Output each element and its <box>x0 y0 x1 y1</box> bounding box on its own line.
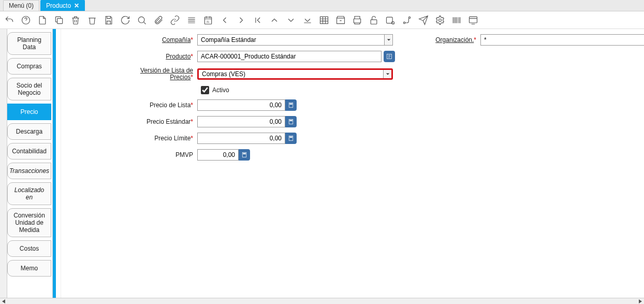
compania-input[interactable] <box>198 35 384 45</box>
top-tabs: Menú (0) Producto ✕ <box>0 0 644 11</box>
next-icon[interactable] <box>235 14 247 26</box>
undo-icon[interactable] <box>3 14 16 26</box>
precio-estandar-field <box>197 116 297 127</box>
lock-icon[interactable] <box>368 14 380 26</box>
chevron-down-icon[interactable] <box>383 70 391 78</box>
svg-text:31: 31 <box>207 20 210 23</box>
precio-limite-field <box>197 133 297 144</box>
new-icon[interactable] <box>36 14 49 26</box>
tab-menu[interactable]: Menú (0) <box>3 0 39 11</box>
sidebar-item-socio[interactable]: Socio del Negocio <box>7 78 51 100</box>
form-gutter <box>56 29 61 298</box>
search-icon[interactable] <box>136 14 148 26</box>
activo-checkbox[interactable]: Activo <box>201 86 229 94</box>
precio-lista-label: Precio de Lista* <box>65 102 197 109</box>
grid-icon[interactable] <box>318 14 330 26</box>
svg-rect-5 <box>320 17 328 23</box>
organizacion-combo[interactable] <box>480 34 644 46</box>
calculator-icon[interactable] <box>285 99 297 111</box>
form-area: Organización.* Compañía* Producto* <box>61 29 644 298</box>
gear-icon[interactable] <box>434 14 446 26</box>
sidebar-item-transacciones[interactable]: Transacciones <box>7 163 51 179</box>
producto-combo[interactable] <box>197 51 382 62</box>
sidebar-item-conversion[interactable]: Conversión Unidad de Medida <box>7 208 51 237</box>
producto-lookup-button[interactable] <box>384 51 395 62</box>
precio-limite-label: Precio Límite* <box>65 135 197 142</box>
sidebar-item-compras[interactable]: Compras <box>7 58 51 75</box>
sidebar-item-planning[interactable]: Planning Data <box>7 32 51 55</box>
pmvp-label: PMVP <box>65 151 197 158</box>
activo-input[interactable] <box>201 86 209 94</box>
sidebar-item-localizado[interactable]: Localizado en <box>7 182 51 205</box>
organizacion-label: Organización.* <box>434 36 480 44</box>
svg-rect-1 <box>57 18 63 23</box>
toolbar: 31 <box>0 11 644 29</box>
list-icon[interactable] <box>185 14 198 26</box>
precio-lista-field <box>197 99 297 111</box>
attach-icon[interactable] <box>152 14 165 26</box>
send-icon[interactable] <box>417 14 430 26</box>
workflow-icon[interactable] <box>401 14 413 26</box>
sidebar-item-memo[interactable]: Memo <box>7 260 51 277</box>
archive-icon[interactable] <box>334 14 347 26</box>
scroll-right-icon[interactable] <box>637 299 644 304</box>
svg-rect-21 <box>243 153 246 154</box>
up-icon[interactable] <box>268 14 281 26</box>
side-nav: Planning Data Compras Socio del Negocio … <box>7 29 53 298</box>
link-icon[interactable] <box>169 14 181 26</box>
activo-label: Activo <box>212 86 229 94</box>
last-icon[interactable] <box>301 14 314 26</box>
calendar-icon[interactable]: 31 <box>202 14 214 26</box>
compania-label: Compañía* <box>65 36 197 44</box>
version-label: Versión de Lista de Precios* <box>65 67 197 81</box>
save-icon[interactable] <box>103 14 115 26</box>
org-block: Organización.* <box>434 34 644 46</box>
version-combo[interactable] <box>197 68 393 80</box>
svg-rect-6 <box>371 20 377 24</box>
precio-estandar-label: Precio Estándar* <box>65 118 197 125</box>
sidebar-item-precio[interactable]: Precio <box>7 104 51 120</box>
producto-label: Producto* <box>65 53 197 60</box>
sidebar-item-costos[interactable]: Costos <box>7 240 51 257</box>
calculator-icon[interactable] <box>285 116 297 127</box>
status-bar <box>0 298 644 304</box>
svg-point-11 <box>439 19 442 21</box>
calculator-icon[interactable] <box>239 149 250 161</box>
precio-lista-input[interactable] <box>197 99 285 111</box>
tab-producto[interactable]: Producto ✕ <box>40 0 85 11</box>
precio-estandar-input[interactable] <box>197 116 285 127</box>
producto-input[interactable] <box>198 51 381 62</box>
screen-icon[interactable] <box>467 14 479 26</box>
prev-icon[interactable] <box>218 14 231 26</box>
main: Planning Data Compras Socio del Negocio … <box>0 29 644 298</box>
trash-icon[interactable] <box>86 14 98 26</box>
close-icon[interactable]: ✕ <box>74 2 79 9</box>
svg-point-9 <box>403 22 405 23</box>
print-icon[interactable] <box>351 14 363 26</box>
zoom-icon[interactable] <box>384 14 397 26</box>
svg-rect-15 <box>290 104 292 105</box>
barcode-icon[interactable] <box>450 14 463 26</box>
left-gutter <box>0 29 7 298</box>
first-icon[interactable] <box>252 14 264 26</box>
help-icon[interactable] <box>20 14 32 26</box>
tab-producto-label: Producto <box>46 2 71 9</box>
svg-rect-19 <box>290 137 292 138</box>
chevron-down-icon[interactable] <box>384 35 392 45</box>
svg-point-2 <box>138 17 144 23</box>
scroll-left-icon[interactable] <box>0 299 7 304</box>
version-input[interactable] <box>199 70 383 78</box>
copy-icon[interactable] <box>53 14 65 26</box>
sidebar-item-descarga[interactable]: Descarga <box>7 123 51 140</box>
svg-rect-12 <box>470 17 477 23</box>
refresh-icon[interactable] <box>119 14 131 26</box>
down-icon[interactable] <box>285 14 297 26</box>
precio-limite-input[interactable] <box>197 133 285 144</box>
compania-combo[interactable] <box>197 34 393 46</box>
sidebar-item-contabilidad[interactable]: Contabilidad <box>7 143 51 160</box>
organizacion-input[interactable] <box>481 35 644 45</box>
svg-point-10 <box>408 17 410 18</box>
calculator-icon[interactable] <box>285 133 297 144</box>
delete-icon[interactable] <box>69 14 82 26</box>
pmvp-input[interactable] <box>197 149 239 161</box>
